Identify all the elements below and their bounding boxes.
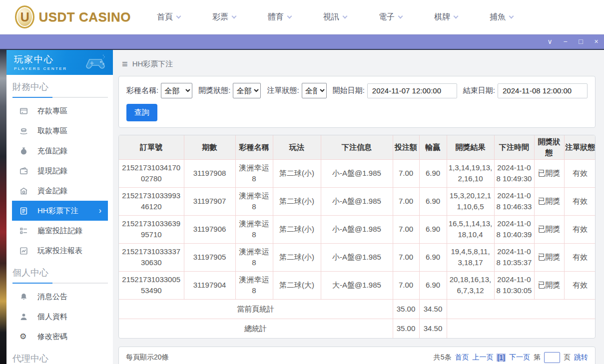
sidebar-item[interactable]: 提現記錄 bbox=[12, 161, 108, 181]
sidebar: 玩家中心 PLAYERS CENTER 財務中心存款專區取款專區充值記錄提現記錄… bbox=[6, 50, 113, 364]
sidebar-section-title: 個人中心 bbox=[12, 267, 108, 279]
sidebar-item[interactable]: 消息公告 bbox=[12, 287, 108, 307]
summary-label: 總統計 bbox=[119, 319, 393, 338]
minimize-icon[interactable]: − bbox=[558, 34, 573, 49]
table-cell: 澳洲幸运8 bbox=[235, 159, 273, 187]
table-cell: 有效 bbox=[564, 271, 596, 299]
table-cell: 6.90 bbox=[419, 271, 447, 299]
summary-bet-total: 35.00 bbox=[393, 299, 419, 319]
table-cell: 已開獎 bbox=[534, 271, 564, 299]
lottery-bet-icon bbox=[19, 207, 28, 215]
nav-item[interactable]: 電子 bbox=[379, 12, 402, 22]
order-status-select[interactable]: 全部 bbox=[302, 83, 327, 98]
table-cell: 31197905 bbox=[184, 243, 235, 271]
table-cell: 2024-11-08 10:35:37 bbox=[494, 243, 534, 271]
menu-toggle-icon[interactable]: ≡ bbox=[122, 59, 128, 69]
sidebar-item-label: 消息公告 bbox=[37, 292, 67, 302]
draw-status-select[interactable]: 全部 bbox=[233, 83, 261, 98]
sidebar-item-label: 廳室投註記錄 bbox=[37, 226, 82, 236]
gamepad-icon bbox=[83, 53, 109, 73]
chevron-down-icon bbox=[287, 13, 292, 18]
jump-page-input[interactable] bbox=[544, 352, 560, 363]
page-title: HH彩票下注 bbox=[132, 59, 173, 69]
table-cell: 31197904 bbox=[184, 271, 235, 299]
table-cell: 第二球(大) bbox=[273, 271, 321, 299]
bets-table: 訂單號期數彩種名稱玩法下注信息投注額輸贏開獎結果下注時間開獎狀態注單狀態 215… bbox=[119, 135, 596, 338]
nav-item[interactable]: 棋牌 bbox=[434, 12, 458, 22]
jump-button[interactable]: 跳转 bbox=[574, 353, 588, 362]
summary-label: 當前頁統計 bbox=[119, 299, 393, 319]
table-cell: 已開獎 bbox=[534, 243, 564, 271]
table-cell: 2152173103363995710 bbox=[119, 215, 184, 243]
workspace: 玩家中心 PLAYERS CENTER 財務中心存款專區取款專區充值記錄提現記錄… bbox=[0, 50, 604, 364]
withdraw-icon bbox=[19, 127, 28, 135]
summary-winloss-total: 34.50 bbox=[419, 319, 447, 338]
column-header: 開獎狀態 bbox=[534, 135, 564, 159]
site-logo[interactable]: U USDT CASINO bbox=[15, 5, 131, 28]
table-cell: 31197907 bbox=[184, 187, 235, 215]
sidebar-item[interactable]: 個人資料 bbox=[12, 307, 108, 327]
table-cell: 2024-11-08 10:40:39 bbox=[494, 215, 534, 243]
chevron-down-icon bbox=[398, 13, 403, 18]
sidebar-item[interactable]: HH彩票下注› bbox=[12, 201, 108, 221]
sidebar-item[interactable]: 存款專區 bbox=[12, 101, 108, 121]
next-page-link[interactable]: 下一页 bbox=[509, 353, 530, 362]
nav-item[interactable]: 捕魚 bbox=[490, 12, 513, 22]
table-cell: 有效 bbox=[564, 159, 596, 187]
sidebar-item-label: 存款專區 bbox=[37, 106, 67, 116]
nav-item[interactable]: 視訊 bbox=[323, 12, 347, 22]
current-page-indicator[interactable]: [1] bbox=[497, 354, 506, 362]
main-content: ≡ HH彩票下注 彩種名稱: 全部 開獎狀態: 全部 注單狀態: 全部 開始日期… bbox=[113, 50, 604, 364]
funds-record-icon bbox=[19, 187, 28, 195]
table-cell: 6.90 bbox=[419, 243, 447, 271]
lottery-name-select[interactable]: 全部 bbox=[161, 83, 192, 98]
coin-logo-icon: U bbox=[15, 5, 34, 28]
table-cell: 大-A盤@1.985 bbox=[321, 271, 393, 299]
prev-page-link[interactable]: 上一页 bbox=[472, 353, 493, 362]
nav-item[interactable]: 首頁 bbox=[157, 12, 180, 22]
person-icon bbox=[19, 313, 28, 321]
nav-item[interactable]: 彩票 bbox=[212, 12, 236, 22]
table-cell: 15,3,20,12,11,10,6,5 bbox=[447, 187, 494, 215]
first-page-link[interactable]: 首页 bbox=[455, 353, 469, 362]
sidebar-item[interactable]: ⚙修改密碼 bbox=[12, 327, 108, 347]
table-cell: 有效 bbox=[564, 243, 596, 271]
summary-row: 當前頁統計35.0034.50 bbox=[119, 299, 596, 319]
bell-icon bbox=[19, 293, 28, 301]
sidebar-item[interactable]: 資金記錄 bbox=[12, 181, 108, 201]
sidebar-item-label: 資金記錄 bbox=[37, 186, 67, 196]
nav-item-label: 首頁 bbox=[157, 12, 173, 22]
table-cell: 7.00 bbox=[393, 187, 419, 215]
sidebar-item[interactable]: 取款專區 bbox=[12, 121, 108, 141]
table-cell: 小-A盤@1.985 bbox=[321, 187, 393, 215]
maximize-icon[interactable]: □ bbox=[573, 34, 589, 49]
table-cell: 6.90 bbox=[419, 215, 447, 243]
sidebar-item[interactable]: 玩家投注報表 bbox=[12, 241, 108, 261]
nav-item[interactable]: 體育 bbox=[268, 12, 291, 22]
chevron-down-icon[interactable]: ∨ bbox=[542, 34, 558, 49]
lottery-name-label: 彩種名稱: bbox=[126, 86, 158, 95]
deposit-icon bbox=[19, 107, 28, 115]
sidebar-item-label: HH彩票下注 bbox=[37, 206, 78, 216]
table-cell: 2152173103333730630 bbox=[119, 243, 184, 271]
table-row: 215217310339934612031197907澳洲幸运8第二球(小)小-… bbox=[119, 187, 596, 215]
nav-item-label: 體育 bbox=[268, 12, 284, 22]
sidebar-item[interactable]: 廳室投註記錄 bbox=[12, 221, 108, 241]
table-cell: 20,18,16,13,6,7,3,12 bbox=[447, 271, 494, 299]
table-cell: 7.00 bbox=[393, 271, 419, 299]
sidebar-item[interactable]: 充值記錄 bbox=[12, 141, 108, 161]
column-header: 玩法 bbox=[273, 135, 321, 159]
search-button[interactable]: 查詢 bbox=[126, 104, 157, 121]
report-icon bbox=[19, 247, 28, 255]
chevron-down-icon bbox=[232, 13, 237, 18]
column-header: 訂單號 bbox=[119, 135, 184, 159]
section-divider bbox=[12, 283, 108, 284]
close-icon[interactable]: × bbox=[589, 34, 604, 49]
start-date-input[interactable] bbox=[367, 83, 457, 98]
sidebar-item-label: 個人資料 bbox=[37, 312, 67, 322]
table-cell: 已開獎 bbox=[534, 215, 564, 243]
jump-suffix-text: 页 bbox=[564, 353, 571, 362]
chevron-down-icon bbox=[454, 13, 459, 18]
jump-prefix-text: 第 bbox=[534, 353, 541, 362]
end-date-input[interactable] bbox=[498, 83, 588, 98]
